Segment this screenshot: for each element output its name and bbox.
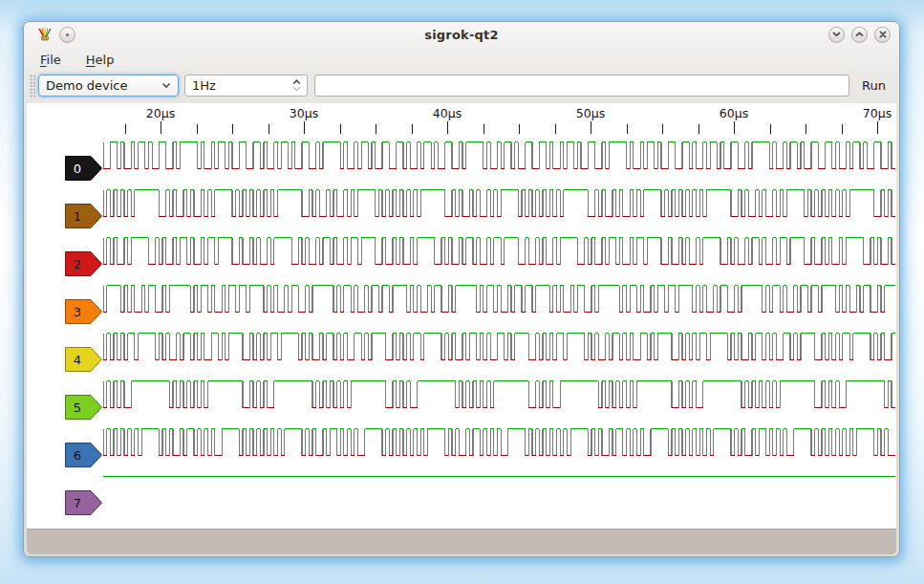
ruler-minor-tick (770, 124, 771, 134)
channel-flag-2[interactable]: 2 (65, 251, 103, 276)
ruler-label: 40µs (433, 106, 462, 120)
menu-help-accel: H (86, 53, 96, 67)
channel-flag-shape (66, 348, 102, 372)
menu-help[interactable]: Help (82, 51, 118, 69)
channel-flag-shape (66, 252, 102, 276)
device-combobox[interactable]: Demo device (38, 75, 179, 97)
ruler-minor-tick (269, 124, 269, 134)
channel-4-waveform (103, 332, 896, 361)
samplerate-value: 1Hz (192, 78, 216, 93)
ruler-major-tick (591, 121, 591, 134)
ruler-label: 50µs (576, 106, 605, 120)
ruler-minor-tick (806, 124, 806, 134)
channel-7-waveform (103, 475, 896, 505)
ruler-minor-tick (125, 124, 126, 134)
ruler-label: 60µs (720, 106, 748, 120)
channel-flag-label: 2 (74, 257, 81, 271)
samples-input[interactable] (314, 75, 849, 97)
channel-flag-label: 6 (74, 448, 81, 463)
ruler-major-tick (304, 121, 305, 134)
channel-flag-shape (66, 443, 102, 467)
ruler-minor-tick (662, 124, 663, 134)
app-window: sigrok-qt2 File Help Demo device (23, 21, 900, 557)
menu-file-rest: ile (47, 53, 61, 67)
device-combobox-value: Demo device (46, 78, 127, 93)
ruler-label: 30µs (290, 106, 318, 120)
ruler-minor-tick (197, 124, 198, 134)
ruler-minor-tick (483, 124, 484, 134)
samplerate-spinbox[interactable]: 1Hz (184, 75, 308, 97)
menu-file[interactable]: File (36, 51, 65, 69)
channel-flag-5[interactable]: 5 (65, 395, 103, 420)
channel-3-waveform (103, 284, 896, 314)
ruler-major-tick (161, 121, 161, 134)
ruler-minor-tick (232, 124, 233, 134)
toolbar: Demo device 1Hz Run (27, 72, 896, 103)
channel-flag-shape (66, 300, 102, 324)
ruler-minor-tick (340, 124, 341, 134)
run-button[interactable]: Run (860, 76, 888, 96)
titlebar[interactable]: sigrok-qt2 (27, 22, 896, 47)
channel-flag-label: 0 (74, 162, 81, 176)
window-controls (828, 27, 891, 43)
channel-flag-label: 3 (74, 305, 81, 319)
window-title: sigrok-qt2 (27, 28, 896, 42)
channel-flag-6[interactable]: 6 (65, 443, 103, 467)
channel-flag-0[interactable]: 0 (65, 156, 103, 181)
ruler-label: 70µs (863, 106, 892, 120)
maximize-button[interactable] (851, 27, 868, 43)
ruler-minor-tick (842, 124, 843, 134)
ruler-minor-tick (519, 124, 520, 134)
menubar: File Help (27, 47, 896, 72)
channel-6-waveform (103, 427, 896, 457)
ruler-major-tick (734, 121, 735, 134)
channel-flag-7[interactable]: 7 (65, 490, 103, 515)
close-button[interactable] (874, 27, 891, 43)
channel-2-waveform (103, 236, 896, 266)
desktop: sigrok-qt2 File Help Demo device (0, 0, 924, 584)
channel-flag-shape (66, 205, 102, 228)
toolbar-handle[interactable] (30, 75, 36, 97)
ruler-minor-tick (412, 124, 413, 134)
trace-area[interactable]: 20µs30µs40µs50µs60µs70µs01234567 (27, 103, 896, 529)
ruler-major-tick (877, 121, 878, 134)
channel-flag-shape (66, 491, 102, 515)
ruler-minor-tick (698, 124, 699, 134)
ruler-minor-tick (555, 124, 556, 134)
close-icon (879, 31, 887, 38)
channel-flag-shape (66, 396, 102, 420)
channel-flag-label: 7 (74, 496, 81, 510)
channel-1-waveform (103, 188, 896, 218)
chevron-up-icon (855, 32, 864, 37)
channel-0-waveform (103, 141, 896, 170)
channel-flag-shape (66, 157, 102, 181)
ruler-major-tick (447, 121, 448, 134)
ruler-minor-tick (376, 124, 376, 134)
channel-flag-label: 1 (74, 209, 81, 224)
channel-5-waveform (103, 379, 896, 409)
spin-down-icon[interactable] (292, 86, 301, 92)
spin-up-icon[interactable] (292, 79, 301, 85)
channel-flag-label: 5 (74, 400, 81, 415)
ruler-minor-tick (627, 124, 628, 134)
chevron-down-icon (161, 82, 171, 89)
chevron-down-icon (832, 32, 841, 37)
status-bar (27, 529, 896, 554)
channel-flag-1[interactable]: 1 (65, 204, 103, 228)
channel-flag-3[interactable]: 3 (65, 299, 103, 324)
ruler-label: 20µs (146, 106, 175, 120)
minimize-button[interactable] (828, 27, 845, 43)
menu-help-rest: elp (96, 53, 115, 67)
channel-flag-label: 4 (74, 353, 81, 367)
channel-flag-4[interactable]: 4 (65, 347, 103, 372)
